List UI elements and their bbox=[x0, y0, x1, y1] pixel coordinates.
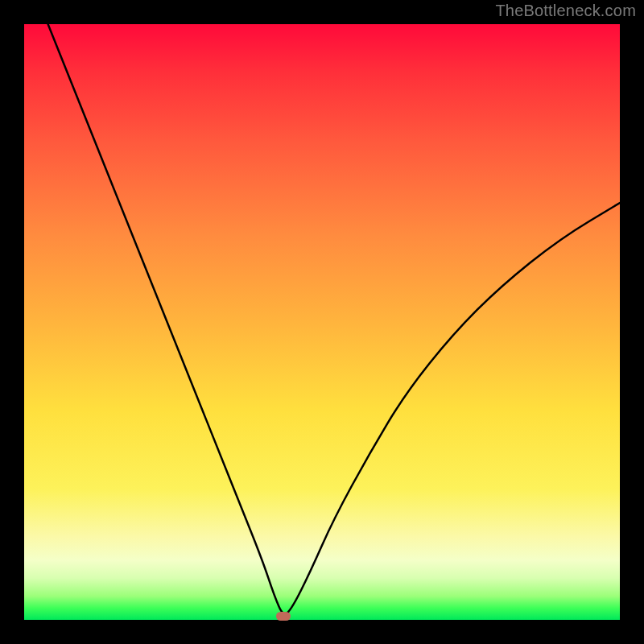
chart-frame: TheBottleneck.com bbox=[0, 0, 644, 644]
bottleneck-curve bbox=[24, 24, 620, 620]
plot-area bbox=[24, 24, 620, 620]
optimum-marker bbox=[276, 612, 291, 621]
watermark-text: TheBottleneck.com bbox=[495, 2, 636, 20]
